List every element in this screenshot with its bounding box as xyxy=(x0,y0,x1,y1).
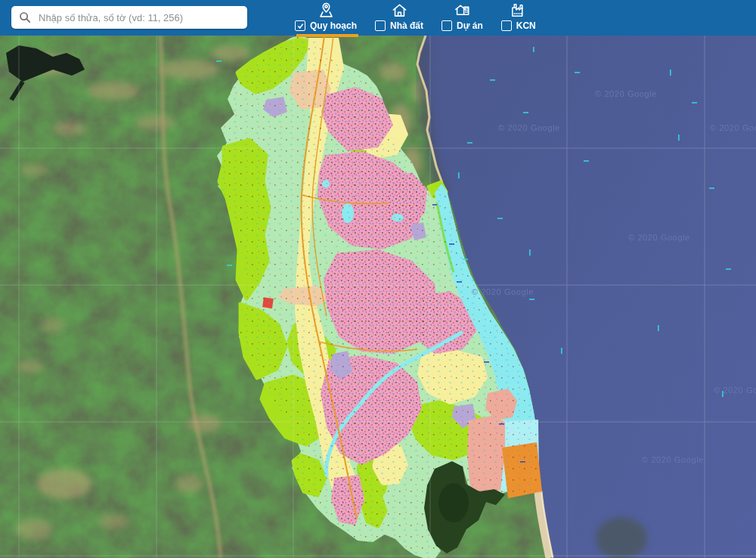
google-watermark: © 2020 Google xyxy=(710,123,756,132)
checkbox-du-an[interactable] xyxy=(442,20,452,31)
land-planning-app: Quy hoạch Nhà đ xyxy=(0,0,756,558)
google-watermark: © 2020 Google xyxy=(642,455,704,464)
check-icon xyxy=(297,23,304,29)
building-icon xyxy=(454,2,471,19)
google-watermark: © 2020 Google xyxy=(472,287,534,296)
factory-icon xyxy=(510,2,527,19)
tab-label: Dự án xyxy=(457,20,483,31)
tab-label: Quy hoạch xyxy=(310,20,357,31)
tab-nha-dat[interactable]: Nhà đất xyxy=(366,0,432,37)
layer-tabs: Quy hoạch Nhà đ xyxy=(286,0,545,36)
tab-label: Nhà đất xyxy=(390,20,423,31)
google-watermark: © 2020 Google xyxy=(595,89,657,98)
search-input[interactable] xyxy=(37,11,247,24)
google-watermark: © 2020 Google xyxy=(714,386,756,395)
map-canvas[interactable]: © 2020 Google © 2020 Google © 2020 Googl… xyxy=(0,36,756,558)
search-box[interactable] xyxy=(11,6,247,29)
checkbox-kcn[interactable] xyxy=(501,20,512,31)
tab-label: KCN xyxy=(516,20,536,31)
google-watermark: © 2020 Google xyxy=(628,233,690,242)
map-svg: © 2020 Google © 2020 Google © 2020 Googl… xyxy=(0,36,756,558)
ocean-dark-patch xyxy=(596,517,647,558)
tab-kcn[interactable]: KCN xyxy=(492,0,545,37)
pin-map-icon xyxy=(318,2,335,19)
house-icon xyxy=(391,2,408,19)
checkbox-quy-hoach[interactable] xyxy=(295,20,305,31)
tab-quy-hoach[interactable]: Quy hoạch xyxy=(286,0,366,37)
google-watermark: © 2020 Google xyxy=(498,123,560,132)
tab-du-an[interactable]: Dự án xyxy=(432,0,492,37)
search-icon xyxy=(19,11,31,23)
checkbox-nha-dat[interactable] xyxy=(375,20,386,31)
topbar: Quy hoạch Nhà đ xyxy=(0,0,756,36)
